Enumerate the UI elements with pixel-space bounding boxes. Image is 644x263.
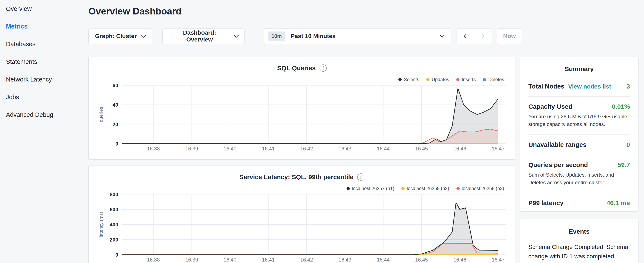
svg-text:16:44: 16:44 <box>377 146 390 151</box>
info-icon[interactable]: i <box>357 173 364 181</box>
svg-text:16:43: 16:43 <box>338 146 351 151</box>
sidebar-item-statements[interactable]: Statements <box>0 53 81 71</box>
svg-text:16:40: 16:40 <box>224 257 236 262</box>
legend-item[interactable]: Deletes <box>483 77 504 82</box>
service-latency-chart-card: Service Latency: SQL, 99th percentile i … <box>88 166 515 263</box>
svg-text:latency (ms): latency (ms) <box>98 212 104 237</box>
legend-item[interactable]: localhost:26257 (n1) <box>346 186 394 191</box>
legend-item[interactable]: localhost:26259 (n2) <box>402 186 449 191</box>
svg-text:0: 0 <box>116 141 118 147</box>
summary-label: P99 latency <box>528 199 564 207</box>
svg-text:queries: queries <box>98 107 104 122</box>
summary-row-capacity-used: Capacity Used 0.01% You are using 28.6 M… <box>528 97 630 135</box>
svg-text:200: 200 <box>110 237 118 242</box>
svg-text:16:47: 16:47 <box>492 257 504 262</box>
svg-text:40: 40 <box>112 102 118 108</box>
summary-value: 0 <box>626 141 630 148</box>
time-range-dropdown[interactable]: 10m Past 10 Minutes <box>264 29 451 44</box>
summary-value: 46.1 ms <box>606 199 630 207</box>
svg-text:16:42: 16:42 <box>300 257 313 262</box>
svg-text:16:45: 16:45 <box>415 146 428 151</box>
chart-legend: localhost:26257 (n1)localhost:26259 (n2)… <box>346 186 504 191</box>
summary-description: Sum of Selects, Updates, Inserts, and De… <box>528 171 630 186</box>
sidebar-item-databases[interactable]: Databases <box>0 35 81 53</box>
time-range-badge: 10m <box>268 32 285 41</box>
svg-text:16:41: 16:41 <box>262 146 275 151</box>
svg-text:16:47: 16:47 <box>492 146 504 151</box>
summary-label: Queries per second <box>528 161 588 168</box>
svg-text:16:44: 16:44 <box>377 257 390 262</box>
sidebar-item-metrics[interactable]: Metrics <box>0 18 81 35</box>
svg-text:16:41: 16:41 <box>262 257 275 262</box>
dashboard-selector-dropdown[interactable]: Dashboard: Overview <box>162 29 244 44</box>
sidebar-item-advanced-debug[interactable]: Advanced Debug <box>0 106 81 124</box>
event-item: Schema Change Completed: Schema change w… <box>528 242 630 263</box>
series-color-dot <box>456 78 460 81</box>
sidebar-item-network-latency[interactable]: Network Latency <box>0 71 81 88</box>
svg-text:16:43: 16:43 <box>338 257 351 262</box>
chart-legend: SelectsUpdatesInsertsDeletes <box>398 77 504 82</box>
dashboard-selector-label: Dashboard: Overview <box>169 29 230 43</box>
summary-label: Total Nodes <box>528 83 564 90</box>
summary-label: Unavailable ranges <box>528 141 586 148</box>
chevron-left-icon <box>464 34 468 38</box>
svg-text:20: 20 <box>112 122 118 127</box>
svg-text:16:45: 16:45 <box>415 257 428 262</box>
service-latency-chart[interactable]: 16:3816:3916:4016:4116:4216:4316:4416:45… <box>97 191 510 263</box>
svg-text:400: 400 <box>110 222 118 227</box>
events-title: Events <box>520 219 638 239</box>
sql-queries-chart-card: SQL Queries i SelectsUpdatesInsertsDelet… <box>88 57 515 160</box>
svg-text:600: 600 <box>110 207 118 212</box>
time-prev-button[interactable] <box>456 29 474 44</box>
summary-row-queries-per-second: Queries per second 59.7 Sum of Selects, … <box>528 155 630 193</box>
summary-value: 3 <box>626 83 630 90</box>
summary-value: 0.01% <box>612 103 630 110</box>
summary-row-total-nodes: Total Nodes View nodes list 3 <box>528 76 630 97</box>
series-color-dot <box>346 187 350 190</box>
svg-text:800: 800 <box>110 191 118 197</box>
chevron-down-icon <box>440 33 444 38</box>
page-header: Overview Dashboard Graph: Cluster Dashbo… <box>88 0 535 53</box>
view-nodes-list-link[interactable]: View nodes list <box>568 83 611 90</box>
legend-item[interactable]: Inserts <box>456 77 476 82</box>
series-color-dot <box>402 187 404 190</box>
legend-item[interactable]: Updates <box>426 77 449 82</box>
graph-selector-dropdown[interactable]: Graph: Cluster <box>88 29 152 44</box>
sql-queries-chart[interactable]: 16:3816:3916:4016:4116:4216:4316:4416:45… <box>97 82 510 153</box>
page-title: Overview Dashboard <box>88 6 182 17</box>
svg-text:16:38: 16:38 <box>147 257 160 262</box>
chevron-down-icon <box>234 33 238 38</box>
summary-row-unavailable-ranges: Unavailable ranges 0 <box>528 135 630 155</box>
chevron-right-icon <box>480 34 484 38</box>
chevron-down-icon <box>142 33 146 38</box>
series-color-dot <box>483 78 486 81</box>
event-message: Schema Change Completed: Schema change w… <box>528 242 630 261</box>
chart-title: SQL Queries <box>277 65 316 72</box>
time-next-button[interactable] <box>474 29 492 44</box>
series-color-dot <box>426 78 430 81</box>
legend-item[interactable]: Selects <box>398 77 419 82</box>
events-panel: Events Schema Change Completed: Schema c… <box>520 219 639 263</box>
time-range-label: Past 10 Minutes <box>291 33 336 40</box>
svg-text:0: 0 <box>116 252 118 258</box>
svg-text:16:39: 16:39 <box>186 257 198 262</box>
svg-text:16:40: 16:40 <box>224 146 236 151</box>
summary-row-p99-latency: P99 latency 46.1 ms <box>528 193 630 213</box>
series-color-dot <box>456 187 460 190</box>
summary-title: Summary <box>520 57 638 76</box>
legend-item[interactable]: localhost:26258 (n3) <box>456 186 504 191</box>
svg-text:16:46: 16:46 <box>454 257 466 262</box>
sidebar-item-jobs[interactable]: Jobs <box>0 88 81 106</box>
sidebar-item-overview[interactable]: Overview <box>0 0 81 18</box>
summary-panel: Summary Total Nodes View nodes list 3 Ca… <box>520 57 639 211</box>
right-column: Summary Total Nodes View nodes list 3 Ca… <box>520 57 639 263</box>
sidebar-nav: Overview Metrics Databases Statements Ne… <box>0 0 81 263</box>
svg-text:16:46: 16:46 <box>454 146 466 151</box>
info-icon[interactable]: i <box>320 65 327 72</box>
svg-text:16:38: 16:38 <box>147 146 160 151</box>
now-button[interactable]: Now <box>497 29 522 44</box>
summary-description: You are using 28.6 MiB of 515.9 GiB usab… <box>528 113 630 128</box>
svg-text:16:42: 16:42 <box>300 146 313 151</box>
summary-value: 59.7 <box>618 161 630 168</box>
svg-text:60: 60 <box>112 83 118 88</box>
